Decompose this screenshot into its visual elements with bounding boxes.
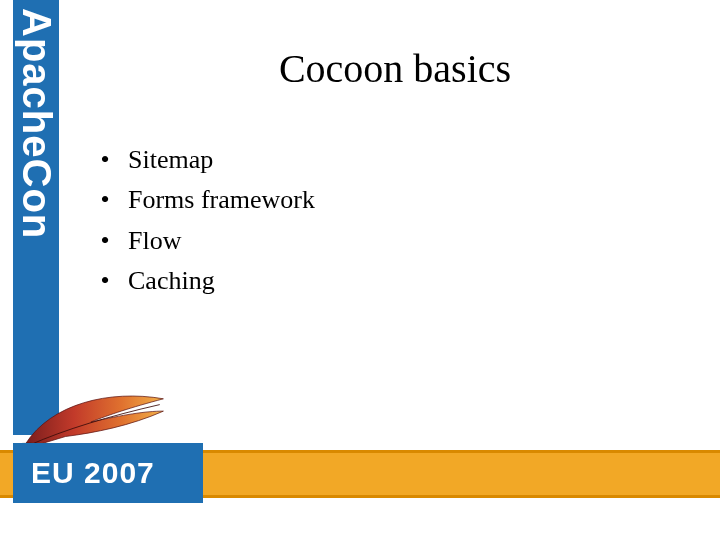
list-item: • Forms framework xyxy=(100,180,315,220)
bullet-text: Sitemap xyxy=(128,140,213,180)
footer-eu-block: EU 2007 xyxy=(13,443,203,503)
list-item: • Sitemap xyxy=(100,140,315,180)
bullet-dot-icon: • xyxy=(100,140,110,180)
bullet-text: Forms framework xyxy=(128,180,315,220)
bullet-text: Caching xyxy=(128,261,215,301)
bullet-dot-icon: • xyxy=(100,180,110,220)
bullet-text: Flow xyxy=(128,221,181,261)
footer-eu-label: EU 2007 xyxy=(31,456,155,490)
bullet-list: • Sitemap • Forms framework • Flow • Cac… xyxy=(100,140,315,301)
brand-vertical-text: ApacheCon xyxy=(14,8,59,239)
list-item: • Flow xyxy=(100,221,315,261)
slide: ApacheCon Cocoon basics • Sitemap • Form… xyxy=(0,0,720,540)
slide-title: Cocoon basics xyxy=(100,45,690,92)
brand-vertical-bar: ApacheCon xyxy=(13,0,59,435)
list-item: • Caching xyxy=(100,261,315,301)
bullet-dot-icon: • xyxy=(100,221,110,261)
bullet-dot-icon: • xyxy=(100,261,110,301)
